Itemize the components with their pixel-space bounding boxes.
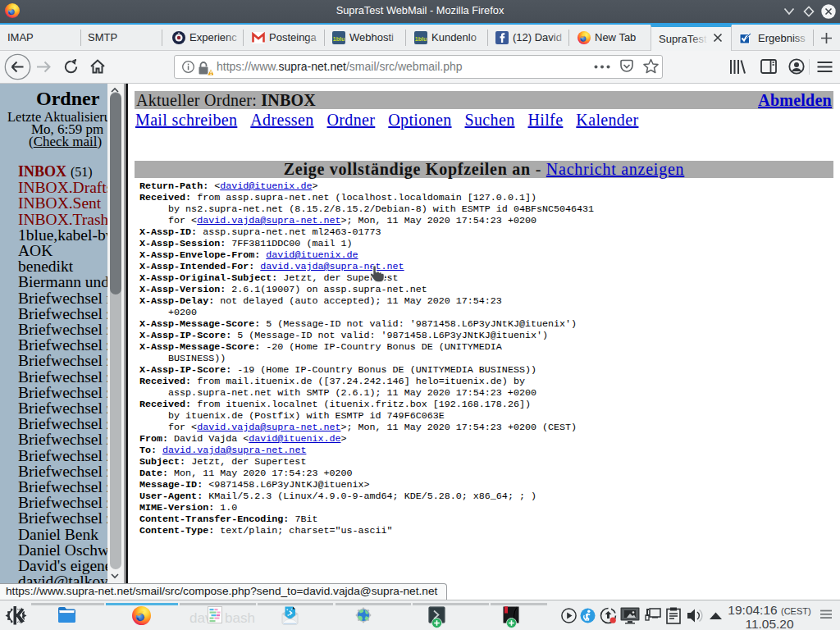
- svg-text:1blu: 1blu: [333, 36, 345, 42]
- svg-text:1blu: 1blu: [415, 36, 427, 42]
